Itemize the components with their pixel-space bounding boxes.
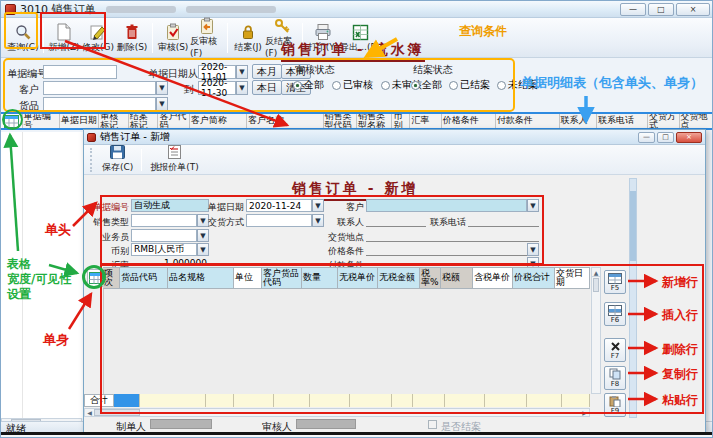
main-grid-column-header[interactable]: 结案标记: [129, 114, 159, 128]
item-grid-body[interactable]: [103, 289, 590, 394]
date-to-dropdown-arrow[interactable]: ▼: [236, 81, 248, 95]
radio-close-open[interactable]: 未结案: [497, 78, 538, 92]
delivery-method-dropdown-arrow[interactable]: ▼: [312, 214, 324, 227]
customer-dropdown-arrow[interactable]: ▼: [527, 199, 539, 212]
customer-field[interactable]: [366, 199, 527, 212]
scrollbar-thumb[interactable]: [630, 191, 636, 261]
item-grid-column-header[interactable]: 税额: [441, 267, 473, 289]
scroll-left-icon[interactable]: ◀: [85, 409, 94, 416]
edit-button[interactable]: 修改(G): [81, 19, 115, 56]
main-grid-column-header[interactable]: 单据编号: [23, 114, 60, 128]
main-grid-column-header[interactable]: 单据日期: [60, 114, 99, 128]
price-terms-dropdown-arrow[interactable]: ▼: [527, 243, 539, 256]
closed-checkbox[interactable]: [428, 420, 437, 429]
redacted-text: [106, 6, 176, 13]
child-close-button[interactable]: ×: [676, 132, 702, 143]
item-grid-h-scrollbar[interactable]: ◀ ▶: [84, 408, 590, 417]
doc-no-input[interactable]: [43, 65, 117, 79]
customer-dropdown-arrow[interactable]: ▼: [156, 81, 168, 95]
item-grid-column-header[interactable]: 无税金额: [378, 267, 420, 289]
sale-type-field[interactable]: [131, 214, 197, 227]
item-grid-column-header[interactable]: 价税合计: [513, 267, 555, 289]
main-grid-column-header[interactable]: 销售类型名称: [357, 114, 392, 128]
main-grid-column-header[interactable]: 销售类型代码: [324, 114, 357, 128]
today-button[interactable]: 本日: [252, 80, 282, 95]
customer-select[interactable]: [43, 81, 156, 95]
main-grid-column-header[interactable]: 交货地点: [680, 114, 713, 128]
audit-button[interactable]: 审核(S): [156, 19, 190, 56]
item-grid-column-header[interactable]: 数量: [302, 267, 338, 289]
main-grid-column-header[interactable]: 审核标记: [99, 114, 129, 128]
scrollbar-thumb[interactable]: [593, 278, 599, 292]
child-restore-button[interactable]: □: [657, 132, 674, 143]
item-grid-column-header[interactable]: 货品代码: [120, 267, 168, 289]
currency-field[interactable]: RMB|人民币: [131, 243, 197, 256]
this-month-button[interactable]: 本月: [252, 64, 282, 79]
goods-select[interactable]: [43, 97, 156, 111]
delivery-method-field[interactable]: [246, 214, 312, 227]
maximize-button[interactable]: □: [648, 3, 674, 16]
item-grid-column-header[interactable]: 税率%: [420, 267, 441, 289]
doc-date-dropdown-arrow[interactable]: ▼: [312, 199, 324, 212]
radio-audit-audited[interactable]: 已审核: [332, 78, 373, 92]
main-grid-column-header[interactable]: 交货方式: [648, 114, 679, 128]
main-grid-column-header[interactable]: 客户代码: [158, 114, 189, 128]
close-button[interactable]: ×: [676, 3, 710, 16]
salesman-field[interactable]: [131, 229, 197, 242]
date-from-dropdown-arrow[interactable]: ▼: [236, 65, 248, 79]
scroll-right-icon[interactable]: ▶: [580, 409, 589, 416]
scroll-up-icon[interactable]: ▲: [592, 268, 600, 277]
salesman-dropdown-arrow[interactable]: ▼: [197, 229, 209, 242]
contact-field[interactable]: [366, 214, 426, 227]
child-minimize-button[interactable]: —: [638, 132, 655, 143]
pick-quotation-button[interactable]: 挑报价单(T): [145, 146, 204, 174]
new-button[interactable]: 新增(Z): [47, 19, 81, 56]
annotation-detail-table: 单据明细表（包含单头、单身）: [521, 74, 703, 92]
delivery-place-field[interactable]: [366, 229, 539, 242]
contact-phone-field[interactable]: [468, 214, 539, 227]
item-grid-column-header[interactable]: 品名规格: [168, 267, 234, 289]
add-row-button[interactable]: F5: [604, 270, 626, 294]
child-v-scrollbar[interactable]: [629, 178, 637, 418]
close-case-button[interactable]: 结案(J): [231, 19, 265, 56]
radio-close-all[interactable]: 全部: [411, 78, 442, 92]
main-grid-column-header[interactable]: 联系电话: [597, 114, 648, 128]
main-grid-column-header[interactable]: 客户简称: [190, 114, 247, 128]
delete-row-button[interactable]: F7: [604, 338, 626, 362]
selected-cell[interactable]: [114, 394, 140, 407]
price-terms-field[interactable]: [366, 243, 527, 256]
main-grid-column-header[interactable]: 联系人: [560, 114, 597, 128]
item-grid-v-scrollbar[interactable]: ▲: [591, 267, 601, 394]
main-grid-column-header[interactable]: 付款条件: [496, 114, 560, 128]
main-grid-column-header[interactable]: 币别: [392, 114, 410, 128]
minimize-button[interactable]: —: [620, 3, 646, 16]
item-grid-column-header[interactable]: 无税单价: [338, 267, 378, 289]
radio-audit-all[interactable]: 全部: [293, 78, 324, 92]
doc-no-field[interactable]: 自动生成: [131, 199, 209, 212]
goods-dropdown-arrow[interactable]: ▼: [156, 97, 168, 111]
main-grid-column-header[interactable]: 价格条件: [442, 114, 496, 128]
item-grid-column-header[interactable]: 含税单价: [473, 267, 513, 289]
close-status-label: 结案状态: [413, 63, 453, 77]
delete-button[interactable]: 删除(S): [115, 19, 149, 56]
item-grid-column-header[interactable]: 客户货品代码: [262, 267, 302, 289]
date-to-input[interactable]: 2020-11-30: [198, 81, 236, 95]
scrollbar-thumb[interactable]: [94, 409, 140, 416]
item-grid-column-header[interactable]: 项次: [103, 267, 120, 289]
save-button[interactable]: 保存(C): [97, 146, 138, 174]
item-grid-column-header[interactable]: 交货日期: [555, 267, 590, 289]
doc-date-field[interactable]: 2020-11-24: [246, 199, 312, 212]
main-grid-column-header[interactable]: 客户名称: [247, 114, 324, 128]
copy-row-button[interactable]: F8: [604, 366, 626, 390]
item-grid-column-header[interactable]: 单位: [234, 267, 262, 289]
radio-close-closed[interactable]: 已结案: [449, 78, 490, 92]
currency-dropdown-arrow[interactable]: ▼: [197, 243, 209, 256]
grid-settings-button[interactable]: [1, 114, 23, 128]
date-from-input[interactable]: 2020-11-01: [198, 65, 236, 79]
search-icon: [14, 22, 32, 41]
paste-row-button[interactable]: F9: [604, 393, 626, 417]
main-grid-column-header[interactable]: 汇率: [410, 114, 441, 128]
unaudit-button[interactable]: 反审核(F): [190, 19, 224, 56]
search-button[interactable]: 查询(C): [6, 19, 40, 56]
insert-row-button[interactable]: F6: [604, 302, 626, 326]
